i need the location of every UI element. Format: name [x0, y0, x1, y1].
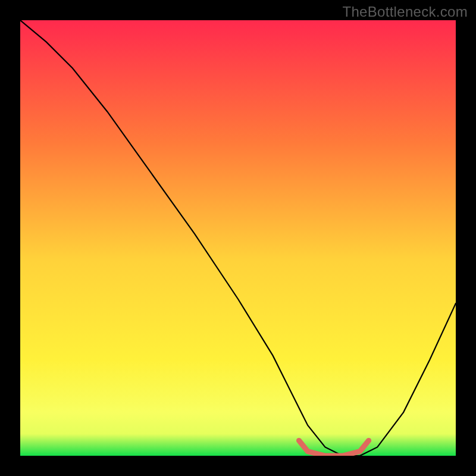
- chart-area: [20, 20, 456, 456]
- watermark-text: TheBottleneck.com: [342, 4, 468, 20]
- gradient-bg: [20, 20, 456, 456]
- bottleneck-chart: [20, 20, 456, 456]
